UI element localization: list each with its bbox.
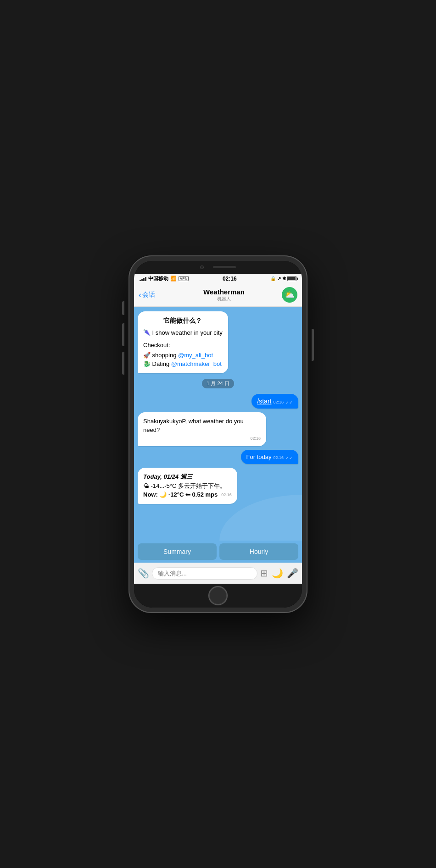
bot-weather-line2: 🌤 -14...-5°C 多云开始于下午。 xyxy=(143,481,232,491)
dating-link[interactable]: @matchmaker_bot xyxy=(171,360,222,367)
back-button[interactable]: ‹ 会话 xyxy=(139,291,166,299)
bot-avatar[interactable]: ⛅ xyxy=(282,287,297,303)
weather-now-text: Now: 🌙 -12°C ⬅ 0.52 mps xyxy=(143,490,218,499)
weather-date-text: Today, 01/24 週三 xyxy=(143,473,192,480)
home-button[interactable] xyxy=(208,586,228,605)
battery-icon xyxy=(287,276,296,281)
nav-bar: ‹ 会话 Weatherman 机器人 ⛅ xyxy=(134,284,302,307)
bot-weather-line3: Now: 🌙 -12°C ⬅ 0.52 mps 02:16 xyxy=(143,490,232,499)
power-button[interactable] xyxy=(312,329,314,361)
user-msg2-text: For today xyxy=(246,453,272,460)
bot-intro-title: 它能做什么？ xyxy=(143,316,223,326)
bot-avatar-icon: ⛅ xyxy=(285,290,295,300)
bot-checkout-label: Checkout: xyxy=(143,341,223,350)
phone-notch xyxy=(134,261,302,274)
bot-intro-line1: 🌂 I show weather in your city xyxy=(143,328,223,337)
phone-screen: 中国移动 📶 VPN 02:16 🔒 ↗ ✱ ‹ 会话 xyxy=(134,261,302,608)
phone-device: 中国移动 📶 VPN 02:16 🔒 ↗ ✱ ‹ 会话 xyxy=(129,255,307,613)
user-msg-start: /start 02:16 ✓✓ xyxy=(252,394,298,409)
chat-area: 它能做什么？ 🌂 I show weather in your city Che… xyxy=(134,307,302,541)
app-screen: 中国移动 📶 VPN 02:16 🔒 ↗ ✱ ‹ 会话 xyxy=(134,274,302,584)
status-right: 🔒 ↗ ✱ xyxy=(270,276,296,281)
mic-icon[interactable]: 🎤 xyxy=(287,568,298,579)
input-right-icons: ⊞ 🌙 🎤 xyxy=(260,568,298,579)
check-marks-2: ✓✓ xyxy=(285,456,293,460)
bot-intro-bubble: 它能做什么？ 🌂 I show weather in your city Che… xyxy=(138,311,228,373)
bot-dating-line: 🐉 Dating @matchmaker_bot xyxy=(143,359,223,369)
bot-weather-line1: Today, 01/24 週三 xyxy=(143,472,232,481)
home-bar xyxy=(134,584,302,608)
wifi-icon: 📶 xyxy=(170,276,177,282)
date-badge: 1 月 24 日 xyxy=(202,379,234,388)
back-label: 会话 xyxy=(142,291,155,299)
mute-button[interactable] xyxy=(122,301,124,315)
bot-reply1-time: 02:16 xyxy=(143,436,261,442)
carrier-label: 中国移动 xyxy=(148,275,168,282)
attachment-icon[interactable]: 📎 xyxy=(138,568,149,579)
chat-title: Weatherman xyxy=(166,288,282,296)
user-msg2-time: 02:16 xyxy=(273,455,284,460)
chat-subtitle: 机器人 xyxy=(166,296,282,302)
bot-reply2-time: 02:16 xyxy=(221,492,232,498)
message-input[interactable] xyxy=(152,567,257,580)
user-msg-start-text: /start xyxy=(257,398,271,405)
vpn-badge: VPN xyxy=(179,276,189,281)
emoji-icon[interactable]: 🌙 xyxy=(272,568,283,579)
bot-shopping-line: 🚀 shopping @my_ali_bot xyxy=(143,351,223,360)
status-bar: 中国移动 📶 VPN 02:16 🔒 ↗ ✱ xyxy=(134,274,302,284)
hourly-button[interactable]: Hourly xyxy=(219,543,298,560)
lock-icon: 🔒 xyxy=(270,276,276,281)
location-icon: ↗ xyxy=(277,276,281,281)
bot-reply1-text: ShakuyakukyoP, what weather do you need? xyxy=(143,417,261,435)
signal-icon xyxy=(140,276,146,281)
user-msg1-time: 02:16 xyxy=(273,400,284,404)
shopping-prefix: 🚀 shopping xyxy=(143,352,178,359)
volume-up-button[interactable] xyxy=(122,323,124,346)
bot-reply1-bubble: ShakuyakukyoP, what weather do you need?… xyxy=(138,412,266,447)
battery-fill xyxy=(288,277,296,280)
earpiece xyxy=(213,266,236,268)
nav-center: Weatherman 机器人 xyxy=(166,288,282,302)
volume-down-button[interactable] xyxy=(122,352,124,375)
dating-prefix: 🐉 Dating xyxy=(143,360,171,367)
shopping-link[interactable]: @my_ali_bot xyxy=(178,352,213,359)
input-bar: 📎 ⊞ 🌙 🎤 xyxy=(134,563,302,584)
bluetooth-icon: ✱ xyxy=(282,276,286,281)
front-camera xyxy=(200,265,204,269)
status-left: 中国移动 📶 VPN xyxy=(140,275,189,282)
back-chevron-icon: ‹ xyxy=(139,291,141,299)
check-marks-1: ✓✓ xyxy=(285,400,293,405)
user-msg-today: For today 02:16 ✓✓ xyxy=(241,450,298,464)
inline-buttons-row: Summary Hourly xyxy=(134,541,302,563)
summary-button[interactable]: Summary xyxy=(138,543,217,560)
status-time: 02:16 xyxy=(223,276,237,282)
bot-weather-bubble: Today, 01/24 週三 🌤 -14...-5°C 多云开始于下午。 No… xyxy=(138,468,237,504)
sticker-icon[interactable]: ⊞ xyxy=(260,568,268,579)
